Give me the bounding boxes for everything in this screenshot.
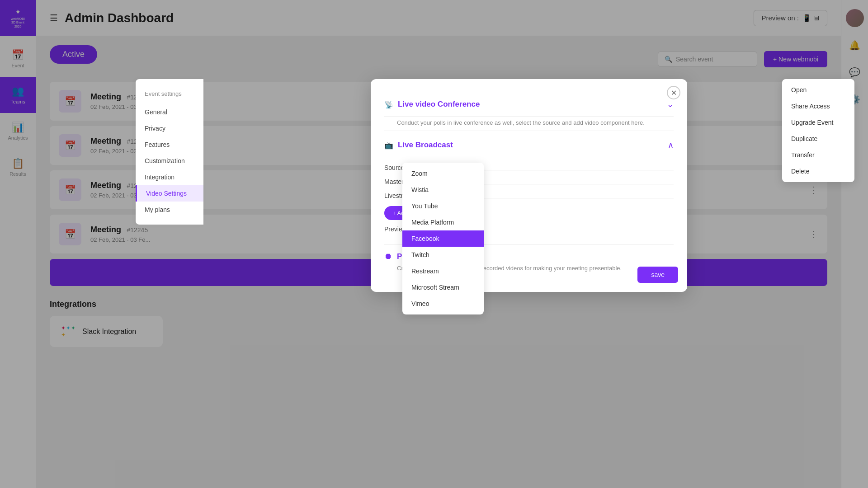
settings-menu-customization[interactable]: Customization	[136, 153, 203, 169]
live-video-desc: Conduct your polls in live conference as…	[397, 119, 674, 126]
sources-dropdown: Zoom Wistia You Tube Media Platform Face…	[402, 163, 484, 314]
dropdown-youtube[interactable]: You Tube	[402, 198, 484, 214]
context-menu-upgrade-event[interactable]: Upgrade Event	[782, 114, 854, 131]
live-broadcast-chevron: ∧	[668, 140, 674, 150]
context-menu-delete[interactable]: Delete	[782, 163, 854, 179]
event-settings-sidebar: Event settings General Privacy Features …	[136, 79, 203, 225]
dropdown-restream[interactable]: Restream	[402, 263, 484, 279]
save-button[interactable]: save	[637, 267, 678, 283]
live-video-section-header[interactable]: 📡 Live video Conference ⌄	[384, 93, 674, 117]
settings-menu-features[interactable]: Features	[136, 136, 203, 153]
context-menu-duplicate[interactable]: Duplicate	[782, 131, 854, 147]
context-menu: Open Share Access Upgrade Event Duplicat…	[782, 79, 854, 182]
dropdown-vimeo[interactable]: Vimeo	[402, 296, 484, 312]
dropdown-media-platform[interactable]: Media Platform	[402, 214, 484, 230]
dropdown-microsoft-stream[interactable]: Microsoft Stream	[402, 279, 484, 296]
event-settings-title: Event settings	[136, 86, 203, 104]
settings-menu-video-settings[interactable]: Video Settings	[136, 185, 203, 202]
broadcast-icon: 📺	[384, 141, 393, 150]
live-video-chevron: ⌄	[667, 99, 674, 109]
context-menu-share-access[interactable]: Share Access	[782, 98, 854, 114]
settings-menu-general[interactable]: General	[136, 104, 203, 120]
settings-menu-integration[interactable]: Integration	[136, 169, 203, 185]
dropdown-facebook[interactable]: Facebook	[402, 230, 484, 247]
dropdown-zoom[interactable]: Zoom	[402, 165, 484, 182]
modal-close-button[interactable]: ✕	[667, 86, 680, 99]
video-conference-icon: 📡	[384, 100, 393, 109]
pre-recorded-icon: ⏺	[384, 252, 392, 261]
dropdown-twitch[interactable]: Twitch	[402, 247, 484, 263]
context-menu-transfer[interactable]: Transfer	[782, 147, 854, 163]
live-broadcast-title: 📺 Live Broadcast	[384, 141, 453, 150]
context-menu-open[interactable]: Open	[782, 82, 854, 98]
live-broadcast-section-header[interactable]: 📺 Live Broadcast ∧	[384, 133, 674, 157]
dropdown-wistia[interactable]: Wistia	[402, 182, 484, 198]
settings-menu-my-plans[interactable]: My plans	[136, 202, 203, 218]
live-video-title: 📡 Live video Conference	[384, 100, 480, 109]
settings-menu-privacy[interactable]: Privacy	[136, 120, 203, 136]
